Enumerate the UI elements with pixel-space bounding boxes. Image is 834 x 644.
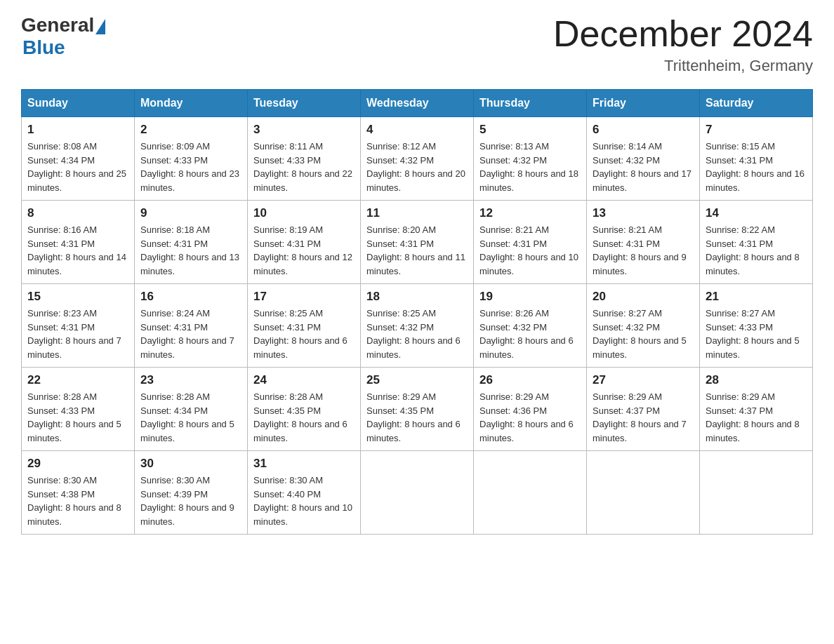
calendar-cell: 7Sunrise: 8:15 AMSunset: 4:31 PMDaylight… — [700, 117, 813, 201]
calendar-cell: 15Sunrise: 8:23 AMSunset: 4:31 PMDayligh… — [22, 284, 135, 368]
day-info: Sunrise: 8:09 AMSunset: 4:33 PMDaylight:… — [140, 140, 241, 194]
weekday-header-wednesday: Wednesday — [361, 90, 474, 117]
day-info: Sunrise: 8:27 AMSunset: 4:33 PMDaylight:… — [706, 307, 807, 361]
day-number: 15 — [27, 290, 128, 304]
day-info: Sunrise: 8:13 AMSunset: 4:32 PMDaylight:… — [479, 140, 581, 194]
day-info: Sunrise: 8:22 AMSunset: 4:31 PMDaylight:… — [706, 223, 807, 278]
calendar-cell: 5Sunrise: 8:13 AMSunset: 4:32 PMDaylight… — [474, 117, 587, 201]
calendar-cell: 19Sunrise: 8:26 AMSunset: 4:32 PMDayligh… — [474, 284, 587, 368]
day-info: Sunrise: 8:11 AMSunset: 4:33 PMDaylight:… — [253, 140, 355, 194]
calendar-cell — [474, 451, 587, 535]
title-section: December 2024 Trittenheim, Germany — [553, 14, 813, 75]
day-info: Sunrise: 8:24 AMSunset: 4:31 PMDaylight:… — [140, 307, 241, 361]
day-info: Sunrise: 8:29 AMSunset: 4:37 PMDaylight:… — [706, 390, 807, 445]
day-info: Sunrise: 8:25 AMSunset: 4:32 PMDaylight:… — [366, 307, 468, 361]
logo-general-text: General — [21, 14, 94, 36]
location-subtitle: Trittenheim, Germany — [553, 57, 813, 75]
calendar-week-row: 22Sunrise: 8:28 AMSunset: 4:33 PMDayligh… — [22, 368, 813, 451]
day-info: Sunrise: 8:20 AMSunset: 4:31 PMDaylight:… — [366, 223, 468, 278]
calendar-cell: 18Sunrise: 8:25 AMSunset: 4:32 PMDayligh… — [361, 284, 474, 368]
day-number: 8 — [27, 206, 128, 220]
calendar-cell: 24Sunrise: 8:28 AMSunset: 4:35 PMDayligh… — [248, 368, 361, 451]
day-number: 18 — [366, 290, 468, 304]
day-number: 26 — [479, 373, 581, 387]
day-number: 7 — [706, 123, 807, 137]
day-number: 1 — [27, 123, 128, 137]
day-info: Sunrise: 8:28 AMSunset: 4:33 PMDaylight:… — [27, 390, 128, 445]
day-info: Sunrise: 8:27 AMSunset: 4:32 PMDaylight:… — [593, 307, 694, 361]
day-info: Sunrise: 8:29 AMSunset: 4:37 PMDaylight:… — [593, 390, 694, 445]
calendar-cell: 29Sunrise: 8:30 AMSunset: 4:38 PMDayligh… — [22, 451, 135, 535]
day-info: Sunrise: 8:29 AMSunset: 4:36 PMDaylight:… — [479, 390, 581, 445]
day-number: 2 — [140, 123, 241, 137]
calendar-cell: 21Sunrise: 8:27 AMSunset: 4:33 PMDayligh… — [700, 284, 813, 368]
day-info: Sunrise: 8:19 AMSunset: 4:31 PMDaylight:… — [253, 223, 355, 278]
calendar-cell: 17Sunrise: 8:25 AMSunset: 4:31 PMDayligh… — [248, 284, 361, 368]
weekday-header-saturday: Saturday — [700, 90, 813, 117]
day-number: 12 — [479, 206, 581, 220]
calendar-week-row: 29Sunrise: 8:30 AMSunset: 4:38 PMDayligh… — [22, 451, 813, 535]
day-number: 27 — [593, 373, 694, 387]
calendar-cell: 27Sunrise: 8:29 AMSunset: 4:37 PMDayligh… — [587, 368, 700, 451]
calendar-cell: 3Sunrise: 8:11 AMSunset: 4:33 PMDaylight… — [248, 117, 361, 201]
day-number: 31 — [253, 457, 355, 471]
calendar-cell: 11Sunrise: 8:20 AMSunset: 4:31 PMDayligh… — [361, 201, 474, 284]
day-number: 14 — [706, 206, 807, 220]
day-number: 21 — [706, 290, 807, 304]
calendar-cell: 28Sunrise: 8:29 AMSunset: 4:37 PMDayligh… — [700, 368, 813, 451]
day-number: 16 — [140, 290, 241, 304]
day-number: 22 — [27, 373, 128, 387]
day-info: Sunrise: 8:30 AMSunset: 4:40 PMDaylight:… — [253, 474, 355, 528]
calendar-cell: 31Sunrise: 8:30 AMSunset: 4:40 PMDayligh… — [248, 451, 361, 535]
day-number: 20 — [593, 290, 694, 304]
day-number: 30 — [140, 457, 241, 471]
logo: General Blue — [21, 14, 105, 59]
day-info: Sunrise: 8:21 AMSunset: 4:31 PMDaylight:… — [593, 223, 694, 278]
logo-triangle-icon — [95, 19, 105, 34]
logo-blue-text: Blue — [22, 36, 65, 59]
weekday-header-row: SundayMondayTuesdayWednesdayThursdayFrid… — [22, 90, 813, 117]
day-number: 19 — [479, 290, 581, 304]
day-number: 5 — [479, 123, 581, 137]
day-info: Sunrise: 8:28 AMSunset: 4:34 PMDaylight:… — [140, 390, 241, 445]
weekday-header-monday: Monday — [135, 90, 248, 117]
weekday-header-thursday: Thursday — [474, 90, 587, 117]
day-info: Sunrise: 8:23 AMSunset: 4:31 PMDaylight:… — [27, 307, 128, 361]
calendar-cell: 2Sunrise: 8:09 AMSunset: 4:33 PMDaylight… — [135, 117, 248, 201]
calendar-cell: 30Sunrise: 8:30 AMSunset: 4:39 PMDayligh… — [135, 451, 248, 535]
calendar-cell: 6Sunrise: 8:14 AMSunset: 4:32 PMDaylight… — [587, 117, 700, 201]
calendar-cell: 4Sunrise: 8:12 AMSunset: 4:32 PMDaylight… — [361, 117, 474, 201]
day-number: 17 — [253, 290, 355, 304]
day-number: 23 — [140, 373, 241, 387]
day-info: Sunrise: 8:21 AMSunset: 4:31 PMDaylight:… — [479, 223, 581, 278]
day-info: Sunrise: 8:25 AMSunset: 4:31 PMDaylight:… — [253, 307, 355, 361]
calendar-cell: 14Sunrise: 8:22 AMSunset: 4:31 PMDayligh… — [700, 201, 813, 284]
day-info: Sunrise: 8:16 AMSunset: 4:31 PMDaylight:… — [27, 223, 128, 278]
calendar-cell: 13Sunrise: 8:21 AMSunset: 4:31 PMDayligh… — [587, 201, 700, 284]
calendar-week-row: 15Sunrise: 8:23 AMSunset: 4:31 PMDayligh… — [22, 284, 813, 368]
calendar-cell: 9Sunrise: 8:18 AMSunset: 4:31 PMDaylight… — [135, 201, 248, 284]
day-info: Sunrise: 8:26 AMSunset: 4:32 PMDaylight:… — [479, 307, 581, 361]
day-info: Sunrise: 8:30 AMSunset: 4:39 PMDaylight:… — [140, 474, 241, 528]
calendar-cell: 20Sunrise: 8:27 AMSunset: 4:32 PMDayligh… — [587, 284, 700, 368]
weekday-header-sunday: Sunday — [22, 90, 135, 117]
day-info: Sunrise: 8:18 AMSunset: 4:31 PMDaylight:… — [140, 223, 241, 278]
calendar-cell: 1Sunrise: 8:08 AMSunset: 4:34 PMDaylight… — [22, 117, 135, 201]
day-number: 13 — [593, 206, 694, 220]
day-number: 11 — [366, 206, 468, 220]
day-number: 9 — [140, 206, 241, 220]
calendar-cell: 12Sunrise: 8:21 AMSunset: 4:31 PMDayligh… — [474, 201, 587, 284]
weekday-header-tuesday: Tuesday — [248, 90, 361, 117]
calendar-cell: 10Sunrise: 8:19 AMSunset: 4:31 PMDayligh… — [248, 201, 361, 284]
calendar-cell: 22Sunrise: 8:28 AMSunset: 4:33 PMDayligh… — [22, 368, 135, 451]
day-info: Sunrise: 8:28 AMSunset: 4:35 PMDaylight:… — [253, 390, 355, 445]
day-info: Sunrise: 8:08 AMSunset: 4:34 PMDaylight:… — [27, 140, 128, 194]
calendar-week-row: 8Sunrise: 8:16 AMSunset: 4:31 PMDaylight… — [22, 201, 813, 284]
calendar-cell: 25Sunrise: 8:29 AMSunset: 4:35 PMDayligh… — [361, 368, 474, 451]
day-number: 4 — [366, 123, 468, 137]
day-number: 3 — [253, 123, 355, 137]
month-title: December 2024 — [553, 14, 813, 54]
day-info: Sunrise: 8:29 AMSunset: 4:35 PMDaylight:… — [366, 390, 468, 445]
day-info: Sunrise: 8:30 AMSunset: 4:38 PMDaylight:… — [27, 474, 128, 528]
day-number: 25 — [366, 373, 468, 387]
